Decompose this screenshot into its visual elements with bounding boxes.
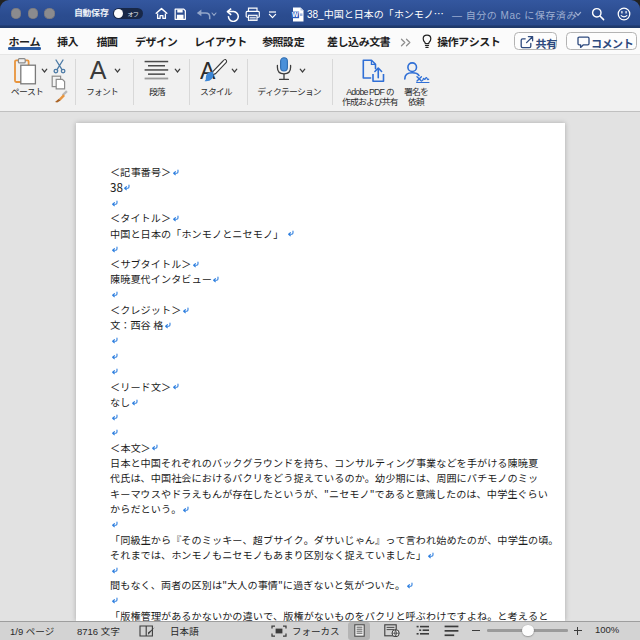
svg-text:W: W	[292, 11, 299, 18]
